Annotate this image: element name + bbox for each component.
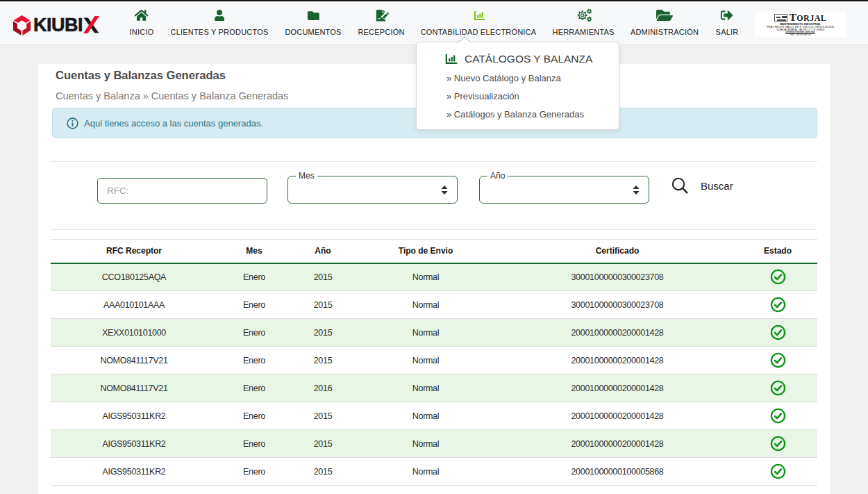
cell-estado: [738, 402, 817, 430]
cell-cert: 20001000000200001428: [496, 374, 738, 402]
nav-item-inicio[interactable]: INICIO: [130, 8, 154, 36]
col-tipo-envio: Tipo de Envio: [355, 240, 496, 263]
search-icon: [671, 176, 689, 195]
cell-mes: Enero: [217, 374, 291, 402]
cell-tipo: Normal: [355, 263, 496, 291]
nav-item-documentos[interactable]: DOCUMENTOS: [285, 8, 341, 36]
brand-name: KIUBI: [33, 15, 83, 36]
table-body: CCO180125AQAEnero2015Normal3000100000030…: [51, 263, 817, 486]
nav-item-administraci-n[interactable]: ADMINISTRACIÓN: [631, 8, 699, 36]
nav-item-clientes-y-productos[interactable]: CLIENTES Y PRODUCTOS: [171, 8, 269, 36]
cell-estado: [738, 458, 817, 486]
cell-estado: [738, 263, 817, 291]
info-icon: [67, 117, 78, 129]
menu-item-nuevo-catalogo[interactable]: » Nuevo Catálogo y Balanza: [446, 73, 619, 83]
table-row: NOMO841117V21Enero2016Normal200010000002…: [51, 374, 817, 402]
top-navigation: KIUBI INICIOCLIENTES Y PRODUCTOSDOCUMENT…: [0, 1, 868, 45]
mes-label: Mes: [296, 171, 317, 181]
col-estado: Estado: [738, 240, 817, 263]
cell-cert: 20001000000200001428: [496, 402, 738, 430]
cell-ano: 2015: [291, 319, 355, 347]
cell-mes: Enero: [217, 430, 291, 458]
table-row: CCO180125AQAEnero2015Normal3000100000030…: [51, 263, 817, 291]
bar-chart-icon: [421, 8, 537, 22]
info-alert-text: Aqui tienes acceso a las cuentas generad…: [84, 118, 263, 129]
check-circle-icon: [770, 408, 786, 424]
bar-chart-icon: [445, 54, 458, 64]
menu-item-previsualizacion[interactable]: » Previsualización: [446, 91, 619, 101]
col-mes: Mes: [217, 240, 291, 263]
table-row: AIGS950311KR2Enero2015Normal200010000002…: [51, 430, 817, 458]
cell-ano: 2015: [291, 458, 355, 486]
nav-item-contabilidad-electr-nica[interactable]: CONTABILIDAD ELECTRÓNICA: [421, 8, 537, 36]
check-circle-icon: [770, 463, 786, 479]
cell-tipo: Normal: [355, 430, 496, 458]
cell-mes: Enero: [217, 458, 291, 486]
cell-cert: 30001000000300023708: [496, 291, 738, 319]
cell-mes: Enero: [217, 263, 291, 291]
cell-rfc: AIGS950311KR2: [51, 430, 217, 458]
cell-ano: 2015: [291, 347, 355, 374]
cell-ano: 2015: [291, 430, 355, 458]
cell-ano: 2016: [291, 374, 355, 402]
torjal-address-line: TEL. 36 43 08 28: [755, 33, 846, 36]
table-row: AAA010101AAAEnero2015Normal3000100000030…: [51, 291, 817, 319]
cell-cert: 20001000000200001428: [496, 430, 738, 458]
mes-select[interactable]: Mes: [287, 171, 458, 204]
ano-select[interactable]: Año: [479, 171, 649, 204]
dropdown-header[interactable]: CATÁLOGOS Y BALANZA: [445, 53, 619, 65]
cell-tipo: Normal: [355, 347, 496, 374]
nav-item-salir[interactable]: SALIR: [716, 8, 739, 36]
menu-item-catalogos-generadas[interactable]: » Catálogos y Balanza Generadas: [446, 109, 619, 120]
nav-item-herramientas[interactable]: HERRAMIENTAS: [553, 8, 615, 36]
cell-estado: [738, 347, 817, 374]
torjal-header: TORJAL: [755, 13, 846, 22]
torjal-picture: [774, 14, 787, 22]
cell-rfc: XEXX010101000: [51, 319, 217, 347]
cell-cert: 20001000000200001428: [496, 319, 738, 347]
folder-icon: [285, 8, 341, 22]
file-edit-icon: [358, 8, 404, 22]
dropdown-title: CATÁLOGOS Y BALANZA: [465, 53, 592, 65]
nav-item-label: DOCUMENTOS: [285, 28, 341, 36]
cell-cert: 20001000000200001428: [496, 347, 738, 374]
cell-estado: [738, 291, 817, 319]
divider: [51, 229, 817, 230]
col-certificado: Certificado: [496, 240, 738, 263]
kiubix-logo[interactable]: KIUBI: [12, 15, 99, 36]
cell-rfc: AIGS950311KR2: [51, 402, 217, 430]
cell-tipo: Normal: [355, 458, 496, 486]
nav-item-label: CLIENTES Y PRODUCTOS: [171, 28, 269, 36]
home-icon: [130, 8, 154, 22]
cell-ano: 2015: [291, 402, 355, 430]
cell-estado: [738, 430, 817, 458]
check-circle-icon: [770, 380, 786, 396]
cell-rfc: NOMO841117V21: [51, 347, 217, 374]
table-header-row: RFC Receptor Mes Año Tipo de Envio Certi…: [51, 240, 817, 263]
rfc-input[interactable]: [97, 178, 267, 204]
contabilidad-dropdown: CATÁLOGOS Y BALANZA » Nuevo Catálogo y B…: [416, 42, 619, 130]
col-ano: Año: [291, 240, 355, 263]
nav-item-label: SALIR: [716, 28, 739, 36]
sign-out-icon: [716, 8, 739, 22]
check-circle-icon: [770, 324, 786, 340]
nav-item-label: INICIO: [130, 28, 154, 36]
nav-item-label: ADMINISTRACIÓN: [631, 28, 699, 36]
nav-item-recepci-n[interactable]: RECEPCIÓN: [358, 8, 404, 36]
cell-estado: [738, 319, 817, 347]
torjal-logo: TORJAL MANTENIMIENTO INDUSTRIAL FRAY FEL…: [755, 13, 846, 37]
cell-rfc: CCO180125AQA: [51, 263, 217, 291]
check-circle-icon: [770, 352, 786, 368]
cell-tipo: Normal: [355, 291, 496, 319]
cell-estado: [738, 374, 817, 402]
cell-mes: Enero: [217, 402, 291, 430]
nav-item-label: RECEPCIÓN: [358, 28, 404, 36]
table-row: NOMO841117V21Enero2015Normal200010000002…: [51, 347, 817, 374]
ano-label: Año: [487, 171, 508, 181]
search-button[interactable]: Buscar: [671, 176, 733, 195]
nav-item-label: HERRAMIENTAS: [553, 28, 615, 36]
cell-tipo: Normal: [355, 374, 496, 402]
table-row: AIGS950311KR2Enero2015Normal200010000001…: [51, 458, 817, 486]
brand-x-icon: [83, 16, 99, 33]
cell-mes: Enero: [217, 347, 291, 374]
